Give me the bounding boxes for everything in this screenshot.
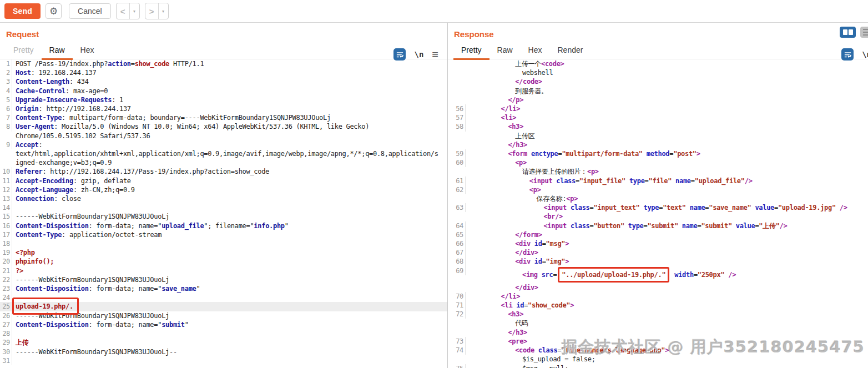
code-line: </div>	[448, 283, 868, 292]
request-panel: Request PrettyRawHex \n ≡ 1POST /Pass-19…	[0, 23, 448, 368]
line-content: <code class="line-numbers language-php">	[466, 346, 669, 355]
forward-arrow-icon[interactable]: >	[145, 3, 158, 19]
line-number: 60	[448, 158, 466, 167]
line-number: 64	[448, 221, 466, 230]
code-line: 72<h3>	[448, 310, 868, 319]
line-content: </li>	[466, 104, 520, 113]
red-annotation-box: upload-19.php/.	[16, 302, 73, 311]
back-arrow-icon[interactable]: <	[117, 3, 129, 19]
line-number: 6	[0, 104, 12, 113]
line-number: 22	[0, 275, 12, 284]
word-wrap-icon[interactable]	[841, 48, 854, 61]
tab-hex[interactable]: Hex	[73, 46, 102, 60]
code-line: 5Upgrade-Insecure-Requests: 1	[0, 95, 447, 104]
gear-icon[interactable]: ⚙	[46, 3, 62, 19]
line-content: <li id="show_code">	[466, 301, 574, 310]
line-number: 24	[0, 293, 12, 302]
word-wrap-icon[interactable]	[393, 48, 406, 61]
code-line: 66<div id="msg">	[448, 239, 868, 248]
code-line: 9Accept:	[0, 140, 447, 149]
code-line: $is_upload = false;	[448, 355, 868, 364]
line-number: 73	[448, 337, 466, 346]
menu-icon-clipped[interactable]	[860, 27, 868, 38]
request-title: Request	[0, 23, 447, 41]
code-line: 4Cache-Control: max-age=0	[0, 87, 447, 95]
back-dropdown-icon[interactable]: ▾	[129, 3, 139, 19]
line-number: 17	[0, 230, 12, 239]
menu-icon[interactable]: ≡	[432, 52, 438, 57]
code-line: </h3>	[448, 328, 868, 337]
tab-raw[interactable]: Raw	[42, 46, 73, 60]
response-editor[interactable]: 上传一个<code>webshell</code>到服务器。</p>56</li…	[448, 59, 868, 368]
code-line: <br/>	[448, 212, 868, 221]
line-content: <form enctype="multipart/form-data" meth…	[466, 149, 700, 158]
response-icon-strip: \n	[841, 48, 868, 61]
line-content: <?php	[12, 248, 35, 257]
code-line: 73<pre>	[448, 337, 868, 346]
line-number: 18	[0, 239, 12, 248]
newline-toggle[interactable]: \n	[414, 50, 423, 59]
line-content: Content-Disposition: form-data; name="sa…	[12, 284, 200, 293]
newline-toggle[interactable]: \n	[862, 50, 868, 59]
line-content: 上传区	[466, 132, 534, 140]
line-number: 14	[0, 203, 12, 212]
code-line: </p>	[448, 95, 868, 104]
tab-pretty[interactable]: Pretty	[453, 46, 489, 60]
line-content: Accept-Language: zh-CN,zh;q=0.9	[12, 185, 135, 194]
line-content: Accept-Encoding: gzip, deflate	[12, 177, 131, 185]
line-content: Host: 192.168.244.137	[12, 68, 96, 77]
code-line: 75$msg = null;	[448, 364, 868, 368]
line-content: 保存名称:<p>	[466, 194, 578, 203]
line-content: </div>	[466, 283, 538, 292]
line-number: 75	[448, 364, 466, 368]
tab-hex[interactable]: Hex	[521, 46, 550, 60]
code-line: 26------WebKitFormBoundary1SQNJPW83UJOuo…	[0, 311, 447, 320]
cancel-button[interactable]: Cancel	[69, 3, 111, 19]
line-content: </h3>	[466, 328, 527, 337]
line-content: 代码	[466, 319, 528, 327]
line-content: Accept:	[12, 140, 43, 149]
line-number: 67	[448, 248, 466, 257]
line-content: <p>	[466, 185, 541, 194]
tab-raw[interactable]: Raw	[489, 46, 521, 60]
line-content: Content-Disposition: form-data; name="up…	[12, 221, 289, 230]
code-line: 74<code class="line-numbers language-php…	[448, 346, 868, 355]
line-content: Connection: close	[12, 194, 81, 203]
code-line: 64<input class="button" type="submit" na…	[448, 221, 868, 230]
code-line: 13Connection: close	[0, 194, 447, 203]
split-columns-icon[interactable]	[840, 27, 856, 38]
line-content: ------WebKitFormBoundary1SQNJPW83UJOuoLj	[12, 311, 169, 320]
line-content: <h3>	[466, 310, 523, 319]
code-line: 62<p>	[448, 185, 868, 194]
line-content: Content-Type: multipart/form-data; bound…	[12, 113, 331, 122]
tab-pretty[interactable]: Pretty	[6, 46, 42, 60]
repeater-toolbar: Send ⚙ Cancel < ▾ > ▾	[0, 0, 868, 23]
line-content: <br/>	[466, 212, 563, 221]
layout-icons	[840, 27, 868, 38]
response-title: Response	[448, 23, 868, 41]
line-number: 21	[0, 266, 12, 275]
line-content: <input class="input_file" type="file" na…	[466, 177, 753, 185]
code-line: 59<form enctype="multipart/form-data" me…	[448, 149, 868, 158]
code-line: 请选择要上传的图片：<p>	[448, 167, 868, 176]
forward-dropdown-icon[interactable]: ▾	[158, 3, 168, 19]
send-button[interactable]: Send	[4, 3, 41, 19]
line-number: 2	[0, 68, 12, 77]
line-content: Upgrade-Insecure-Requests: 1	[12, 95, 123, 104]
request-editor[interactable]: 1POST /Pass-19/index.php?action=show_cod…	[0, 59, 447, 365]
line-number: 29	[0, 338, 12, 347]
history-back-combo: < ▾	[116, 3, 140, 19]
tab-render[interactable]: Render	[550, 46, 591, 60]
request-response-split: Request PrettyRawHex \n ≡ 1POST /Pass-19…	[0, 23, 868, 368]
code-line: 12Accept-Language: zh-CN,zh;q=0.9	[0, 185, 447, 194]
line-number: 5	[0, 95, 12, 104]
code-line: 31	[0, 356, 447, 365]
code-line: 18	[0, 239, 447, 248]
line-number: 58	[448, 122, 466, 131]
line-content: </code>	[466, 77, 542, 86]
code-line: 25upload-19.php/.	[0, 302, 447, 311]
line-number: 23	[0, 284, 12, 293]
line-number: 30	[0, 347, 12, 356]
code-line: 保存名称:<p>	[448, 194, 868, 203]
line-content: User-Agent: Mozilla/5.0 (Windows NT 10.0…	[12, 122, 369, 131]
